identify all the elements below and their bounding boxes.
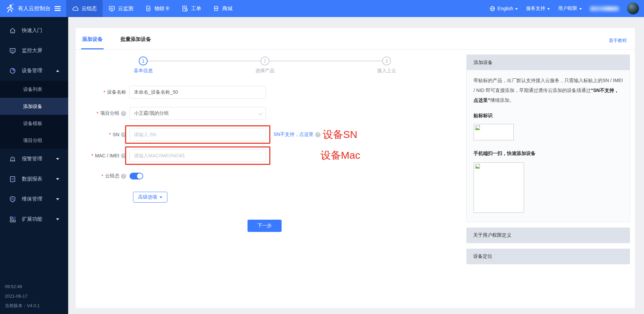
sidebar-item-device-template[interactable]: 设备模板	[0, 115, 68, 132]
clock-time: 09:52:49	[5, 282, 40, 292]
brand[interactable]: 有人云控制台	[0, 3, 66, 14]
nav-tab-label: 云监测	[118, 5, 133, 12]
app-title: 有人云控制台	[18, 5, 50, 12]
select-value: 小王霸/我的分组	[134, 110, 169, 116]
support-label: 服务支持	[526, 5, 545, 12]
sidebar-item-device-list[interactable]: 设备列表	[0, 81, 68, 98]
sidebar-subitem-label: 项目分组	[23, 138, 42, 143]
nav-tab-store[interactable]: 商城	[207, 0, 238, 17]
help-panel-title: 添加设备	[474, 60, 493, 66]
menu-toggle-icon[interactable]	[55, 6, 61, 11]
alarm-icon	[9, 155, 16, 163]
tab-batch-add-device[interactable]: 批量添加设备	[119, 36, 152, 49]
row-advanced: 高级选项	[76, 191, 466, 204]
globe-icon	[490, 6, 495, 12]
sidebar-item-quick-start[interactable]: 快速入门	[0, 20, 68, 41]
scan-title: 手机端扫一扫，快速添加设备	[474, 148, 623, 158]
mac-imei-label: * MAC / IMEI	[76, 153, 130, 158]
tutorial-link[interactable]: 新手教程	[609, 37, 627, 44]
help-panel-body: 带贴标的产品，出厂默认支持接入云服务，只需输入标贴上的SN / IMEI / N…	[467, 70, 630, 222]
help-question-icon[interactable]	[121, 174, 126, 179]
sidebar-item-label: 扩展功能	[22, 216, 42, 222]
primary-nav: 云组态 云监测 物联卡	[66, 0, 238, 17]
chevron-down-icon	[579, 8, 582, 10]
row-next: 下一步	[76, 219, 466, 232]
sn-not-supported-link[interactable]: SN不支持，点这里	[273, 131, 313, 138]
step-circle: 1	[139, 57, 148, 65]
sidebar-item-extensions[interactable]: 扩展功能	[0, 209, 68, 229]
card-tabs: 添加设备 批量添加设备 新手教程	[76, 28, 635, 50]
nav-tab-cloud-scada[interactable]: 云组态	[66, 0, 103, 17]
sidebar-item-alarm-mgmt[interactable]: 报警管理	[0, 149, 68, 169]
mac-highlight-box	[125, 146, 270, 165]
sn-input[interactable]	[130, 128, 266, 141]
chevron-down-icon	[56, 218, 59, 220]
step-circle: 3	[382, 57, 391, 65]
nav-tab-label: 工单	[191, 5, 201, 12]
sidebar-item-device-mgmt[interactable]: 设备管理	[0, 61, 68, 81]
sim-card-icon	[145, 5, 152, 12]
add-device-form: 1 基本信息 2 选择产品 3 接入上云	[76, 50, 466, 308]
sticker-image-placeholder	[474, 124, 514, 140]
home-icon	[9, 27, 16, 34]
nav-tab-work-order[interactable]: 工单	[176, 0, 207, 17]
nav-tab-label: 物联卡	[154, 5, 170, 12]
help-panel-header[interactable]: 添加设备	[467, 55, 630, 70]
step-label: 基本信息	[134, 68, 153, 74]
chevron-down-icon	[258, 111, 263, 115]
support-menu[interactable]: 服务支持	[526, 5, 550, 12]
help-question-icon[interactable]	[315, 132, 320, 137]
content-card: 添加设备 批量添加设备 新手教程 1 基本信息 2 选择产品	[76, 28, 635, 308]
sidebar-item-label: 快速入门	[22, 27, 42, 34]
sidebar-item-data-report[interactable]: 数据报表	[0, 169, 68, 189]
permission-menu[interactable]: 用户权限	[558, 5, 582, 12]
row-sn: * SN SN不支持，点这里 设备SN	[76, 125, 466, 144]
avatar[interactable]	[627, 2, 639, 15]
panel-user-permission-definition[interactable]: 关于用户权限定义	[466, 227, 630, 243]
next-step-button[interactable]: 下一步	[248, 220, 282, 232]
sidebar-subitem-label: 添加设备	[23, 104, 42, 109]
advanced-options-button[interactable]: 高级选项	[133, 192, 167, 203]
sidebar-item-project-group[interactable]: 项目分组	[0, 132, 68, 149]
step-connector	[269, 61, 382, 61]
language-selector[interactable]: English	[490, 6, 518, 12]
topbar-right: English 服务支持 用户权限	[490, 2, 644, 15]
step-select-product: 2 选择产品	[260, 57, 269, 65]
step-label: 选择产品	[255, 68, 274, 74]
top-navbar: 有人云控制台 云组态 云监测	[0, 0, 644, 17]
required-mark: *	[109, 132, 111, 137]
sidebar-item-maintenance-mgmt[interactable]: 维保管理	[0, 189, 68, 209]
mac-imei-input[interactable]	[130, 149, 266, 162]
shield-icon	[9, 195, 16, 203]
device-name-input[interactable]	[130, 86, 266, 99]
chevron-down-icon	[56, 158, 59, 160]
panel-title: 关于用户权限定义	[473, 232, 511, 238]
permission-label: 用户权限	[558, 5, 577, 12]
row-project-group: * 项目分组 小王霸/我的分组	[76, 107, 466, 120]
add-device-help-panel: 添加设备 带贴标的产品，出厂默认支持接入云服务，只需输入标贴上的SN / IME…	[466, 54, 630, 222]
project-group-select[interactable]: 小王霸/我的分组	[130, 107, 266, 120]
panel-device-location[interactable]: 设备定位	[466, 249, 630, 264]
sidebar-item-add-device[interactable]: 添加设备	[0, 98, 68, 115]
username-masked	[590, 6, 619, 11]
row-mac-imei: * MAC / IMEI 设备Mac	[76, 146, 466, 165]
required-mark: *	[91, 153, 93, 158]
version-label: 当前版本：V4.0.1	[5, 301, 40, 311]
chevron-up-icon	[56, 70, 59, 72]
tab-add-device[interactable]: 添加设备	[81, 36, 104, 49]
help-question-icon[interactable]	[121, 111, 126, 116]
sidebar-subitem-label: 设备列表	[23, 87, 42, 92]
nav-tab-cloud-monitor[interactable]: 云监测	[103, 0, 139, 17]
chevron-down-icon	[515, 8, 518, 10]
step-connector	[148, 61, 260, 61]
nav-tab-iot-card[interactable]: 物联卡	[139, 0, 176, 17]
clock-date: 2021-06-17	[5, 292, 40, 301]
required-mark: *	[104, 90, 105, 95]
big-screen-icon	[9, 47, 16, 54]
monitor-chart-icon	[108, 5, 115, 12]
language-label: English	[497, 6, 513, 11]
cloud-scada-toggle[interactable]	[130, 173, 143, 179]
device-pie-icon	[9, 67, 16, 75]
sidebar-item-label: 数据报表	[22, 176, 42, 182]
sidebar-item-big-screen[interactable]: 监控大屏	[0, 41, 68, 61]
